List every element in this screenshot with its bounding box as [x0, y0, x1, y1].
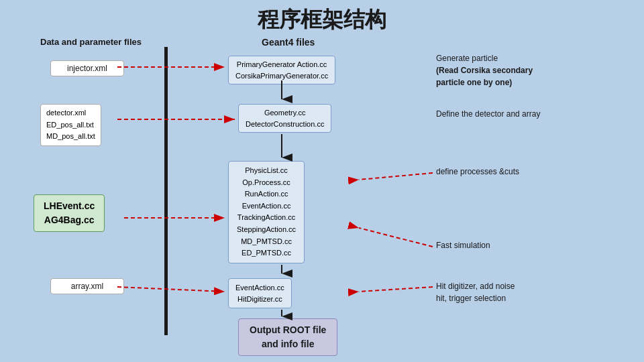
arrow-hit-digitizer	[359, 287, 433, 292]
arrows-svg	[0, 0, 644, 362]
arrow-array-event	[117, 287, 225, 292]
arrow-define-processes	[359, 173, 433, 180]
arrow-fast-sim	[359, 228, 433, 247]
